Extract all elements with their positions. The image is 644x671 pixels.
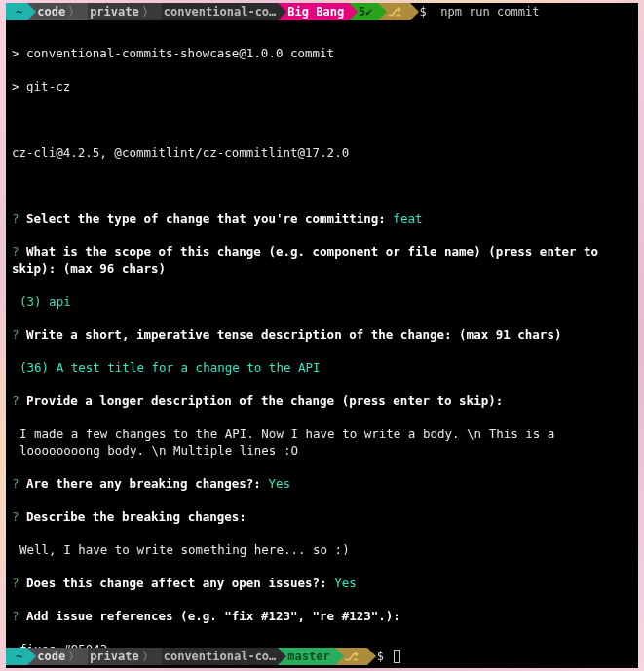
home-tilde: ~	[16, 649, 22, 665]
path-part: code	[37, 4, 65, 20]
path-part: code	[37, 649, 65, 665]
path-part: conventional-co…	[164, 4, 277, 20]
seg-path-2: private〉	[88, 648, 162, 665]
prompt-line: ? What is the scope of this change (e.g.…	[12, 243, 632, 277]
branch-name: master	[287, 649, 329, 665]
prompt-line: ? Write a short, imperative tense descri…	[12, 326, 632, 343]
dollar-sign: $	[420, 5, 427, 19]
terminal-window[interactable]: { "prompt_top": { "segments": { "home": …	[6, 3, 638, 668]
path-part: private	[90, 649, 139, 665]
prompt-line: ? Does this change affect any open issue…	[12, 575, 632, 591]
prompt-line: ? Provide a longer description of the ch…	[12, 392, 632, 409]
prompt-line: ? Describe the breaking changes:	[12, 508, 632, 525]
answer-line: (36) A test title for a change to the AP…	[12, 359, 632, 376]
prompt-top: ~ code〉 private〉 conventional-co… Big Ba…	[6, 3, 638, 20]
command-area[interactable]: $	[367, 649, 638, 665]
seg-branch: Big Bang	[278, 3, 349, 20]
dollar-sign: $	[377, 650, 384, 663]
seg-path-1: code〉	[27, 3, 88, 20]
prompt-line: ? Are there any breaking changes?: Yes	[12, 475, 632, 492]
status-count: 5✔	[359, 4, 372, 20]
answer-line: I made a few changes to the API. Now I h…	[12, 426, 632, 459]
prompt-line: ? Add issue references (e.g. "fix #123",…	[12, 608, 632, 624]
seg-path-2: private〉	[88, 3, 162, 20]
seg-path-3: conventional-co…	[162, 3, 279, 20]
output-line: cz-cli@4.2.5, @commitlint/cz-commitlint@…	[12, 144, 632, 161]
prompt-line: ? Select the type of change that you're …	[12, 210, 632, 227]
output-line: > conventional-commits-showcase@1.0.0 co…	[12, 45, 632, 61]
path-part: conventional-co…	[164, 649, 277, 665]
seg-path-1: code〉	[27, 648, 88, 665]
lightning-icon: ⎇	[388, 4, 401, 20]
terminal-output: > conventional-commits-showcase@1.0.0 co…	[6, 20, 638, 668]
command-area[interactable]: $ npm run commit	[410, 4, 638, 20]
branch-name: Big Bang	[287, 4, 344, 20]
cursor	[394, 650, 400, 663]
output-line: > git-cz	[12, 78, 632, 94]
typed-command: npm run commit	[440, 5, 539, 19]
prompt-bottom: ~ code〉 private〉 conventional-co… master…	[6, 648, 638, 665]
path-part: private	[90, 4, 139, 20]
seg-home: ~	[6, 3, 27, 20]
seg-path-3: conventional-co…	[162, 648, 279, 665]
answer-line: Well, I have to write something here... …	[12, 541, 632, 558]
lightning-icon: ⎇	[345, 649, 359, 665]
home-tilde: ~	[16, 4, 22, 20]
seg-home: ~	[6, 648, 27, 665]
answer-line: (3) api	[12, 293, 632, 310]
